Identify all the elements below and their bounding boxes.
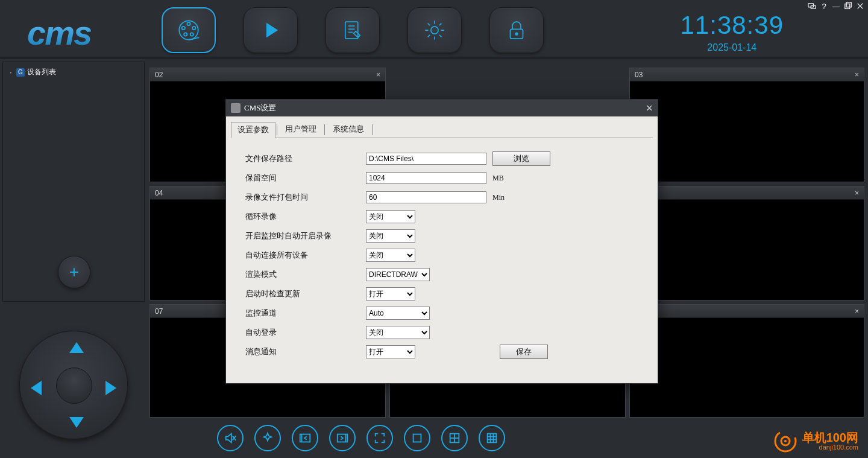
tab-params[interactable]: 设置参数	[231, 122, 275, 138]
device-tree-root[interactable]: · G 设备列表	[8, 67, 56, 77]
device-tree-root-label: 设备列表	[27, 67, 56, 77]
nav-settings-button[interactable]	[407, 7, 462, 53]
dialog-app-icon	[231, 103, 241, 113]
video-cell-03[interactable]: 03×	[629, 68, 864, 182]
fullscreen-button[interactable]	[366, 425, 393, 451]
select-auto-login[interactable]: 关闭	[366, 326, 430, 339]
fullscreen-icon	[373, 431, 386, 445]
input-pack-time[interactable]	[366, 191, 486, 203]
dock-left-button[interactable]	[292, 425, 318, 451]
video-cell-label: 07	[155, 307, 163, 316]
video-cell-label: 03	[635, 71, 643, 79]
dialog-body: 文件保存路径 浏览 保留空间 MB 录像文件打包时间 Min 循环录像 关闭 开…	[231, 138, 653, 385]
settings-dialog: CMS设置 × 设置参数 用户管理 系统信息 文件保存路径 浏览 保留空间 MB…	[225, 99, 658, 384]
layout-1-button[interactable]	[404, 425, 430, 451]
clock-area: 11:38:39 2025-01-14	[681, 11, 784, 53]
enhance-icon	[261, 431, 274, 445]
label-auto-login: 自动登录	[245, 327, 366, 338]
video-cell-09[interactable]: 09×	[629, 304, 864, 418]
select-auto-connect[interactable]: 关闭	[366, 249, 415, 262]
svg-point-2	[192, 27, 195, 30]
window-minimize-button[interactable]: —	[831, 1, 841, 11]
unit-mb: MB	[492, 174, 504, 183]
clock-time: 11:38:39	[681, 11, 784, 40]
ptz-right-button[interactable]	[105, 381, 116, 395]
svg-rect-17	[846, 2, 851, 7]
select-check-update[interactable]: 打开	[366, 287, 415, 301]
svg-marker-6	[266, 23, 278, 38]
video-cell-06[interactable]: 06×	[629, 186, 864, 301]
window-network-icon[interactable]	[807, 1, 817, 11]
watermark-logo-icon	[773, 429, 797, 453]
top-button-row	[162, 7, 544, 56]
svg-rect-16	[845, 4, 850, 9]
input-reserve-space[interactable]	[366, 172, 486, 184]
window-help-button[interactable]: ?	[819, 1, 829, 11]
video-cell-label: 04	[155, 189, 163, 197]
label-save-path: 文件保存路径	[245, 153, 366, 164]
tab-sysinfo[interactable]: 系统信息	[326, 121, 371, 138]
ptz-up-button[interactable]	[69, 342, 84, 353]
layout-4-button[interactable]	[441, 425, 468, 451]
label-pack-time: 录像文件打包时间	[245, 192, 366, 203]
svg-point-0	[179, 21, 198, 40]
svg-point-4	[184, 33, 187, 36]
mute-button[interactable]	[217, 425, 244, 451]
video-cell-label: 02	[155, 71, 163, 79]
svg-point-1	[187, 22, 190, 25]
dialog-titlebar[interactable]: CMS设置 ×	[226, 100, 658, 116]
bottom-toolbar	[217, 425, 505, 451]
svg-rect-26	[414, 434, 421, 442]
play-icon	[258, 17, 283, 43]
svg-point-3	[190, 33, 193, 36]
window-close-button[interactable]	[855, 1, 866, 11]
add-device-button[interactable]: +	[58, 256, 90, 288]
label-monitor-channel: 监控通道	[245, 308, 366, 319]
svg-point-37	[784, 440, 787, 442]
select-loop-record[interactable]: 关闭	[366, 210, 415, 223]
window-restore-button[interactable]	[843, 1, 854, 11]
nav-form-button[interactable]	[326, 7, 380, 53]
form-edit-icon	[340, 17, 365, 43]
dialog-tabstrip: 设置参数 用户管理 系统信息	[226, 116, 658, 138]
enhance-button[interactable]	[254, 425, 281, 451]
label-loop-record: 循环录像	[245, 211, 366, 222]
window-controls: ? —	[807, 1, 866, 11]
label-check-update: 启动时检查更新	[245, 288, 366, 299]
reel-icon	[176, 17, 201, 43]
label-render-mode: 渲染模式	[245, 269, 366, 280]
dock-left-icon	[298, 431, 312, 445]
video-cell-close-button[interactable]: ×	[855, 71, 859, 79]
tree-expand-icon: ·	[8, 68, 14, 77]
ptz-left-button[interactable]	[31, 381, 42, 395]
top-bar: cms 11:38:39 2025-01-14 ? —	[0, 0, 868, 59]
watermark: 单机100网 danji100.com	[773, 429, 858, 453]
input-save-path[interactable]	[366, 153, 486, 165]
video-cell-close-button[interactable]: ×	[855, 189, 859, 197]
select-monitor-channel[interactable]: Auto	[366, 307, 430, 320]
video-cell-close-button[interactable]: ×	[855, 307, 859, 316]
label-message-notify: 消息通知	[245, 346, 366, 357]
lock-icon	[504, 17, 529, 43]
dock-right-button[interactable]	[329, 425, 356, 451]
browse-button[interactable]: 浏览	[492, 151, 550, 166]
ptz-down-button[interactable]	[69, 417, 84, 428]
save-button[interactable]: 保存	[500, 345, 548, 359]
layout-9-button[interactable]	[479, 425, 505, 451]
video-cell-close-button[interactable]: ×	[376, 71, 380, 79]
nav-lock-button[interactable]	[489, 7, 544, 53]
select-auto-record[interactable]: 关闭	[366, 229, 415, 243]
select-render-mode[interactable]: DIRECTDRAW	[366, 268, 430, 281]
dialog-title-label: CMS设置	[244, 103, 276, 113]
nav-reel-button[interactable]	[162, 7, 216, 53]
nav-play-button[interactable]	[244, 7, 298, 53]
gear-icon	[422, 17, 447, 43]
select-message-notify[interactable]: 打开	[366, 345, 415, 358]
app-logo: cms	[27, 13, 91, 52]
watermark-title: 单机100网	[802, 431, 858, 444]
dialog-close-button[interactable]: ×	[646, 102, 653, 114]
ptz-center-button[interactable]	[56, 367, 92, 404]
tab-users[interactable]: 用户管理	[278, 121, 323, 138]
layout-4-icon	[448, 431, 461, 445]
dock-right-icon	[336, 431, 349, 445]
